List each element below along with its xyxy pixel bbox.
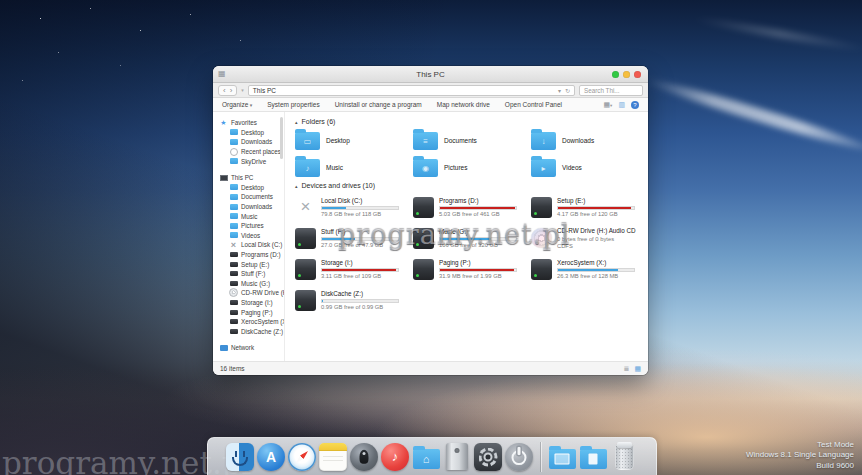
drive-item-local-disk-c[interactable]: ×Local Disk (C:)79.8 GB free of 118 GB bbox=[295, 194, 413, 220]
sidebar-item-skydrive[interactable]: SkyDrive bbox=[219, 156, 284, 166]
dock-item-safari[interactable] bbox=[288, 443, 316, 471]
refresh-icon[interactable] bbox=[565, 87, 570, 94]
folder-item-videos[interactable]: ▸Videos bbox=[531, 157, 648, 177]
sidebar-item-recent-places[interactable]: Recent places bbox=[219, 147, 284, 157]
sidebar-item-diskcache-z[interactable]: DiskCache (Z:) bbox=[219, 326, 284, 336]
minimize-button[interactable] bbox=[623, 71, 630, 78]
itunes-icon: ♪ bbox=[381, 443, 409, 471]
folder-icon: ▭ bbox=[295, 132, 320, 150]
folder-item-downloads[interactable]: ↓Downloads bbox=[531, 130, 648, 150]
sidebar-item-pictures[interactable]: Pictures bbox=[219, 221, 284, 231]
sidebar-item-local-disk-c[interactable]: Local Disk (C:) bbox=[219, 240, 284, 250]
sidebar-item-label: Music (G:) bbox=[241, 280, 270, 287]
address-field[interactable]: This PC bbox=[248, 85, 575, 96]
drive-item-paging-p[interactable]: Paging (P:)31.9 MB free of 1.99 GB bbox=[413, 256, 531, 282]
capacity-bar-fill bbox=[558, 269, 618, 271]
drive-item-setup-e[interactable]: Setup (E:)4.17 GB free of 120 GB bbox=[531, 194, 648, 220]
sidebar-item-downloads[interactable]: Downloads bbox=[219, 137, 284, 147]
sidebar-item-desktop[interactable]: Desktop bbox=[219, 128, 284, 138]
command-bar: OrganizeSystem propertiesUninstall or ch… bbox=[213, 98, 648, 112]
preview-pane-icon[interactable] bbox=[618, 101, 625, 109]
sidebar-item-desktop[interactable]: Desktop bbox=[219, 183, 284, 193]
change-view-icon[interactable] bbox=[603, 101, 612, 109]
sidebar-item-music[interactable]: Music bbox=[219, 211, 284, 221]
sidebar-item-setup-e[interactable]: Setup (E:) bbox=[219, 259, 284, 269]
forward-button[interactable] bbox=[230, 86, 233, 95]
help-icon[interactable] bbox=[631, 101, 639, 109]
sidebar-item-stuff-f[interactable]: Stuff (F:) bbox=[219, 269, 284, 279]
capacity-bar-fill bbox=[440, 269, 514, 271]
folder-icon bbox=[229, 137, 238, 146]
sidebar-item-music-g[interactable]: Music (G:) bbox=[219, 279, 284, 289]
folder-item-music[interactable]: ♪Music bbox=[295, 157, 413, 177]
drive-item-storage-i[interactable]: Storage (I:)3.11 GB free of 109 GB bbox=[295, 256, 413, 282]
folder-label: Videos bbox=[562, 164, 582, 171]
sidebar-item-paging-p[interactable]: Paging (P:) bbox=[219, 307, 284, 317]
search-input[interactable]: Search Thi... bbox=[579, 85, 643, 96]
folder-icon bbox=[229, 231, 238, 240]
drives-group-header[interactable]: Devices and drives (10) bbox=[295, 182, 648, 189]
dock-item-pictures-folder[interactable] bbox=[548, 443, 576, 471]
dock-item-finder[interactable] bbox=[226, 443, 254, 471]
drive-name: Setup (E:) bbox=[557, 197, 635, 204]
dock-item-itunes[interactable]: ♪ bbox=[381, 443, 409, 471]
close-button[interactable] bbox=[634, 71, 641, 78]
zoom-button[interactable] bbox=[612, 71, 619, 78]
sidebar-item-label: Setup (E:) bbox=[241, 261, 269, 268]
window-title: This PC bbox=[416, 70, 444, 79]
desktop[interactable]: This PC This PC Search Thi... OrganizeSy… bbox=[0, 0, 862, 475]
folders-group-header[interactable]: Folders (6) bbox=[295, 118, 648, 125]
address-dropdown-icon[interactable] bbox=[558, 87, 561, 94]
toolbar-item-system-properties[interactable]: System properties bbox=[267, 101, 319, 108]
sidebar-item-label: Local Disk (C:) bbox=[241, 241, 282, 248]
sidebar-item-storage-i[interactable]: Storage (I:) bbox=[219, 298, 284, 308]
toolbar-item-uninstall-program[interactable]: Uninstall or change a program bbox=[335, 101, 422, 108]
dock-item-trash[interactable] bbox=[610, 443, 638, 471]
title-bar[interactable]: This PC bbox=[213, 66, 648, 83]
sidebar-item-label: Paging (P:) bbox=[241, 309, 273, 316]
dock-item-notes[interactable] bbox=[319, 443, 347, 471]
dock-item-applications-folder[interactable]: ⌂ bbox=[412, 443, 440, 471]
folder-item-desktop[interactable]: ▭Desktop bbox=[295, 130, 413, 150]
sidebar-group-header-favorites[interactable]: Favorites bbox=[219, 118, 284, 128]
sidebar-item-cd-rw-drive-h-au[interactable]: CD-RW Drive (H:) Au... bbox=[219, 288, 284, 298]
sidebar-item-programs-d[interactable]: Programs (D:) bbox=[219, 250, 284, 260]
dock-item-launchpad[interactable] bbox=[350, 443, 378, 471]
drive-name: Storage (I:) bbox=[321, 259, 399, 266]
sidebar-group-header-network[interactable]: Network bbox=[219, 343, 284, 353]
applications-folder-glyph-icon: ⌂ bbox=[413, 449, 440, 469]
dock-item-documents-folder[interactable] bbox=[579, 443, 607, 471]
folder-item-pictures[interactable]: ◉Pictures bbox=[413, 157, 531, 177]
folder-item-documents[interactable]: ≡Documents bbox=[413, 130, 531, 150]
dock-item-mac-pro[interactable] bbox=[443, 443, 471, 471]
drive-item-xerocsystem-x[interactable]: XerocSystem (X:)26.3 MB free of 128 MB bbox=[531, 256, 648, 282]
sidebar-group-network: Network bbox=[219, 343, 284, 353]
music-glyph-icon: ♪ bbox=[295, 159, 320, 177]
dock-item-power[interactable] bbox=[505, 443, 533, 471]
sidebar-scrollbar[interactable] bbox=[280, 117, 283, 159]
drive-item-diskcache-z[interactable]: DiskCache (Z:)0.99 GB free of 0.99 GB bbox=[295, 287, 413, 313]
dock-item-app-store[interactable]: A bbox=[257, 443, 285, 471]
sidebar-item-documents[interactable]: Documents bbox=[219, 192, 284, 202]
sidebar-item-videos[interactable]: Videos bbox=[219, 231, 284, 241]
toolbar-item-open-control-panel[interactable]: Open Control Panel bbox=[505, 101, 562, 108]
sidebar-group-favorites: FavoritesDesktopDownloadsRecent placesSk… bbox=[219, 118, 284, 166]
status-bar: 16 items bbox=[213, 361, 648, 375]
sidebar-item-label: Downloads bbox=[241, 203, 272, 210]
thumbnail-view-icon[interactable] bbox=[634, 365, 641, 373]
toolbar-item-organize[interactable]: Organize bbox=[222, 101, 252, 108]
toolbar-right bbox=[603, 101, 639, 109]
sidebar-item-xerocsystem-x[interactable]: XerocSystem (X:) bbox=[219, 317, 284, 327]
toolbar-item-map-network-drive[interactable]: Map network drive bbox=[437, 101, 490, 108]
recent-pages-caret-icon[interactable] bbox=[241, 87, 244, 93]
dock-item-system-preferences[interactable] bbox=[474, 443, 502, 471]
back-button[interactable] bbox=[223, 86, 226, 95]
sidebar-group-header-this-pc[interactable]: This PC bbox=[219, 173, 284, 183]
documents-glyph-icon: ≡ bbox=[413, 132, 438, 150]
item-count: 16 items bbox=[220, 365, 245, 372]
sidebar-item-downloads[interactable]: Downloads bbox=[219, 202, 284, 212]
details-view-icon[interactable] bbox=[624, 365, 630, 373]
drive-item-programs-d[interactable]: Programs (D:)5.03 GB free of 461 GB bbox=[413, 194, 531, 220]
missing-drive-icon: × bbox=[295, 197, 316, 218]
folder-icon bbox=[229, 212, 238, 221]
